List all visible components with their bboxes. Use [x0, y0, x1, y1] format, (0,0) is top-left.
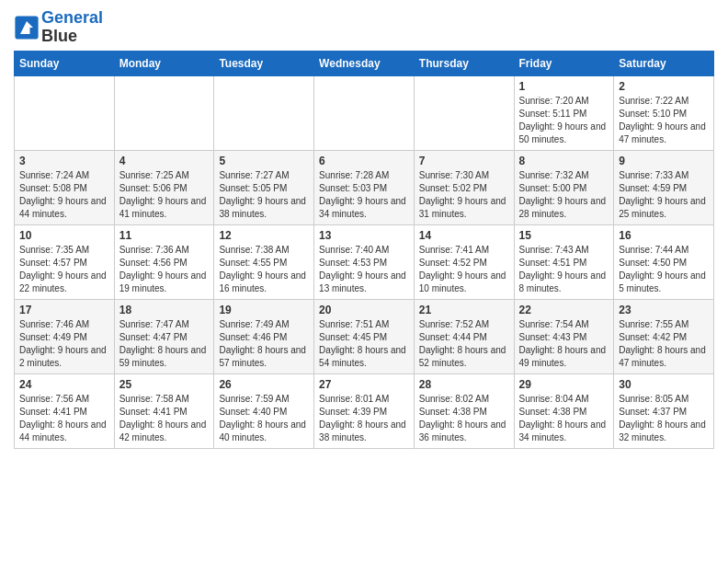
day-number: 26	[219, 378, 309, 391]
day-info: Sunrise: 8:05 AMSunset: 4:37 PMDaylight:…	[619, 393, 709, 444]
day-number: 14	[419, 229, 509, 242]
calendar-week-row: 17Sunrise: 7:46 AMSunset: 4:49 PMDayligh…	[15, 299, 714, 373]
calendar-cell: 30Sunrise: 8:05 AMSunset: 4:37 PMDayligh…	[614, 373, 714, 448]
weekday-header: Tuesday	[214, 51, 314, 75]
logo-text: General Blue	[41, 9, 103, 46]
calendar-cell: 27Sunrise: 8:01 AMSunset: 4:39 PMDayligh…	[314, 373, 415, 448]
calendar-cell: 29Sunrise: 8:04 AMSunset: 4:38 PMDayligh…	[514, 373, 614, 448]
calendar-cell: 8Sunrise: 7:32 AMSunset: 5:00 PMDaylight…	[514, 150, 614, 224]
day-info: Sunrise: 7:28 AMSunset: 5:03 PMDaylight:…	[319, 169, 409, 221]
weekday-header: Monday	[114, 51, 214, 75]
calendar-cell: 9Sunrise: 7:33 AMSunset: 4:59 PMDaylight…	[614, 150, 714, 224]
day-number: 1	[519, 80, 609, 93]
calendar-cell: 6Sunrise: 7:28 AMSunset: 5:03 PMDaylight…	[314, 150, 415, 224]
weekday-header: Saturday	[614, 51, 714, 75]
day-info: Sunrise: 7:43 AMSunset: 4:51 PMDaylight:…	[519, 244, 609, 295]
calendar-cell: 19Sunrise: 7:49 AMSunset: 4:46 PMDayligh…	[214, 299, 314, 373]
day-number: 27	[319, 378, 409, 391]
day-number: 4	[119, 155, 210, 167]
calendar-cell	[414, 75, 514, 150]
day-number: 19	[219, 304, 309, 316]
calendar-cell	[214, 75, 314, 150]
calendar-week-row: 10Sunrise: 7:35 AMSunset: 4:57 PMDayligh…	[15, 224, 714, 299]
calendar-header-row: SundayMondayTuesdayWednesdayThursdayFrid…	[15, 51, 714, 75]
day-info: Sunrise: 7:36 AMSunset: 4:56 PMDaylight:…	[119, 244, 210, 295]
weekday-header: Friday	[514, 51, 614, 75]
calendar-cell: 15Sunrise: 7:43 AMSunset: 4:51 PMDayligh…	[514, 224, 614, 299]
day-info: Sunrise: 7:32 AMSunset: 5:00 PMDaylight:…	[519, 169, 609, 221]
day-number: 7	[419, 155, 509, 167]
day-info: Sunrise: 7:58 AMSunset: 4:41 PMDaylight:…	[119, 393, 210, 444]
day-number: 22	[519, 304, 609, 316]
day-info: Sunrise: 7:46 AMSunset: 4:49 PMDaylight:…	[19, 318, 109, 370]
calendar-cell: 28Sunrise: 8:02 AMSunset: 4:38 PMDayligh…	[414, 373, 514, 448]
day-info: Sunrise: 8:02 AMSunset: 4:38 PMDaylight:…	[419, 393, 509, 444]
day-number: 17	[19, 304, 109, 316]
day-number: 25	[119, 378, 210, 391]
calendar-cell: 25Sunrise: 7:58 AMSunset: 4:41 PMDayligh…	[114, 373, 214, 448]
day-info: Sunrise: 8:04 AMSunset: 4:38 PMDaylight:…	[519, 393, 609, 444]
calendar-cell: 13Sunrise: 7:40 AMSunset: 4:53 PMDayligh…	[314, 224, 415, 299]
calendar-cell: 5Sunrise: 7:27 AMSunset: 5:05 PMDaylight…	[214, 150, 314, 224]
day-info: Sunrise: 7:40 AMSunset: 4:53 PMDaylight:…	[319, 244, 409, 295]
calendar-week-row: 24Sunrise: 7:56 AMSunset: 4:41 PMDayligh…	[15, 373, 714, 448]
day-number: 6	[319, 155, 409, 167]
day-number: 15	[519, 229, 609, 242]
day-info: Sunrise: 7:41 AMSunset: 4:52 PMDaylight:…	[419, 244, 509, 295]
calendar-cell: 24Sunrise: 7:56 AMSunset: 4:41 PMDayligh…	[15, 373, 115, 448]
weekday-header: Sunday	[15, 51, 115, 75]
day-info: Sunrise: 7:59 AMSunset: 4:40 PMDaylight:…	[219, 393, 309, 444]
calendar-cell: 7Sunrise: 7:30 AMSunset: 5:02 PMDaylight…	[414, 150, 514, 224]
day-info: Sunrise: 7:25 AMSunset: 5:06 PMDaylight:…	[119, 169, 210, 221]
day-info: Sunrise: 7:54 AMSunset: 4:43 PMDaylight:…	[519, 318, 609, 370]
logo: General Blue	[14, 9, 103, 46]
calendar-week-row: 1Sunrise: 7:20 AMSunset: 5:11 PMDaylight…	[15, 75, 714, 150]
calendar-cell: 21Sunrise: 7:52 AMSunset: 4:44 PMDayligh…	[414, 299, 514, 373]
day-info: Sunrise: 7:47 AMSunset: 4:47 PMDaylight:…	[119, 318, 210, 370]
logo-icon	[14, 15, 40, 40]
calendar-cell: 26Sunrise: 7:59 AMSunset: 4:40 PMDayligh…	[214, 373, 314, 448]
calendar-table: SundayMondayTuesdayWednesdayThursdayFrid…	[14, 51, 714, 449]
day-info: Sunrise: 7:27 AMSunset: 5:05 PMDaylight:…	[219, 169, 309, 221]
calendar-cell: 10Sunrise: 7:35 AMSunset: 4:57 PMDayligh…	[15, 224, 115, 299]
day-number: 11	[119, 229, 210, 242]
day-number: 29	[519, 378, 609, 391]
calendar-cell: 3Sunrise: 7:24 AMSunset: 5:08 PMDaylight…	[15, 150, 115, 224]
day-number: 21	[419, 304, 509, 316]
day-info: Sunrise: 7:55 AMSunset: 4:42 PMDaylight:…	[619, 318, 709, 370]
day-info: Sunrise: 7:35 AMSunset: 4:57 PMDaylight:…	[19, 244, 109, 295]
weekday-header: Thursday	[414, 51, 514, 75]
calendar-cell: 1Sunrise: 7:20 AMSunset: 5:11 PMDaylight…	[514, 75, 614, 150]
day-number: 5	[219, 155, 309, 167]
day-number: 28	[419, 378, 509, 391]
calendar-cell: 11Sunrise: 7:36 AMSunset: 4:56 PMDayligh…	[114, 224, 214, 299]
page-container: General Blue SundayMondayTuesdayWednesda…	[0, 0, 728, 458]
day-number: 18	[119, 304, 210, 316]
calendar-cell: 17Sunrise: 7:46 AMSunset: 4:49 PMDayligh…	[15, 299, 115, 373]
calendar-cell: 22Sunrise: 7:54 AMSunset: 4:43 PMDayligh…	[514, 299, 614, 373]
day-number: 24	[19, 378, 109, 391]
day-info: Sunrise: 8:01 AMSunset: 4:39 PMDaylight:…	[319, 393, 409, 444]
day-info: Sunrise: 7:33 AMSunset: 4:59 PMDaylight:…	[619, 169, 709, 221]
calendar-cell	[15, 75, 115, 150]
day-info: Sunrise: 7:24 AMSunset: 5:08 PMDaylight:…	[19, 169, 109, 221]
day-info: Sunrise: 7:38 AMSunset: 4:55 PMDaylight:…	[219, 244, 309, 295]
calendar-cell: 12Sunrise: 7:38 AMSunset: 4:55 PMDayligh…	[214, 224, 314, 299]
calendar-cell	[114, 75, 214, 150]
calendar-cell	[314, 75, 415, 150]
calendar-cell: 20Sunrise: 7:51 AMSunset: 4:45 PMDayligh…	[314, 299, 415, 373]
calendar-cell: 16Sunrise: 7:44 AMSunset: 4:50 PMDayligh…	[614, 224, 714, 299]
day-number: 30	[619, 378, 709, 391]
day-info: Sunrise: 7:51 AMSunset: 4:45 PMDaylight:…	[319, 318, 409, 370]
day-info: Sunrise: 7:49 AMSunset: 4:46 PMDaylight:…	[219, 318, 309, 370]
header: General Blue	[14, 9, 714, 46]
day-info: Sunrise: 7:56 AMSunset: 4:41 PMDaylight:…	[19, 393, 109, 444]
weekday-header: Wednesday	[314, 51, 415, 75]
day-info: Sunrise: 7:44 AMSunset: 4:50 PMDaylight:…	[619, 244, 709, 295]
day-info: Sunrise: 7:20 AMSunset: 5:11 PMDaylight:…	[519, 95, 609, 146]
calendar-cell: 14Sunrise: 7:41 AMSunset: 4:52 PMDayligh…	[414, 224, 514, 299]
calendar-week-row: 3Sunrise: 7:24 AMSunset: 5:08 PMDaylight…	[15, 150, 714, 224]
day-info: Sunrise: 7:30 AMSunset: 5:02 PMDaylight:…	[419, 169, 509, 221]
day-number: 2	[619, 80, 709, 93]
day-number: 23	[619, 304, 709, 316]
